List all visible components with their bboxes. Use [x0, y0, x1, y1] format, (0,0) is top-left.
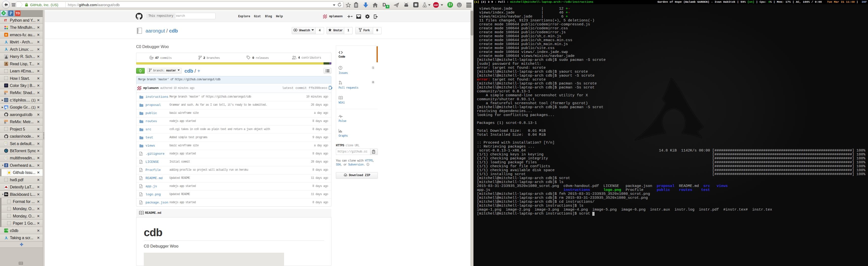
svg-text:ABP: ABP: [434, 4, 438, 6]
